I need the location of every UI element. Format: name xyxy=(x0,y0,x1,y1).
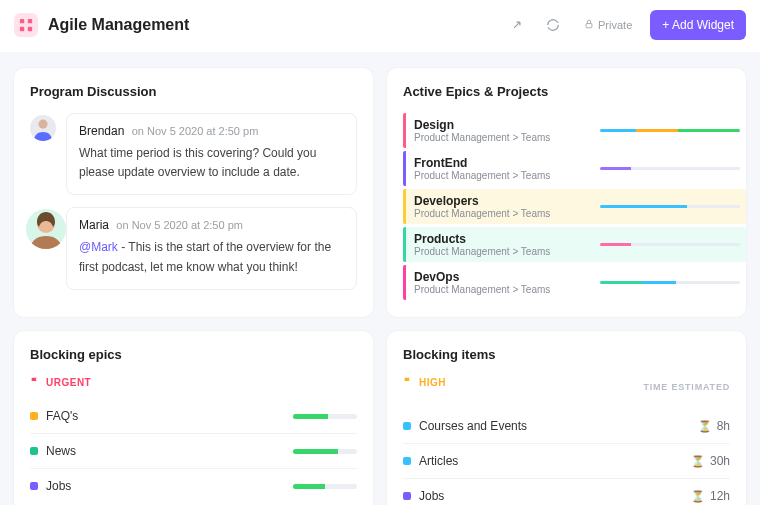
epic-progress-bar xyxy=(600,167,740,170)
time-estimated-header: TIME ESTIMATED xyxy=(643,382,730,392)
color-dot-icon xyxy=(30,447,38,455)
epic-progress-bar xyxy=(600,205,740,208)
epic-name: DevOps xyxy=(414,270,600,284)
timestamp: on Nov 5 2020 at 2:50 pm xyxy=(132,125,259,137)
app-logo-icon xyxy=(14,13,38,37)
epic-progress-bar xyxy=(600,281,740,284)
urgency-badge: URGENT xyxy=(30,376,357,388)
item-name: Courses and Events xyxy=(419,419,690,433)
color-dot-icon xyxy=(403,457,411,465)
flag-icon xyxy=(30,376,40,388)
color-dot-icon xyxy=(403,492,411,500)
topbar: Agile Management Private + Add Widget xyxy=(0,0,760,52)
time-value: 8h xyxy=(717,419,730,433)
card-title: Program Discussion xyxy=(30,84,357,99)
epic-name: Design xyxy=(414,118,600,132)
time-value: 12h xyxy=(710,489,730,503)
item-name: Jobs xyxy=(46,479,285,493)
page-title: Agile Management xyxy=(48,16,189,34)
priority-badge: HIGH xyxy=(403,376,446,388)
item-name: FAQ's xyxy=(46,409,285,423)
blocking-epic-row[interactable]: Jobs xyxy=(30,468,357,503)
blocking-epic-row[interactable]: FAQ's xyxy=(30,398,357,433)
epic-name: Products xyxy=(414,232,600,246)
blocking-items-card: Blocking items HIGH TIME ESTIMATED Cours… xyxy=(387,331,746,505)
hourglass-icon: ⏳ xyxy=(691,490,705,503)
epic-path: Product Management > Teams xyxy=(414,284,600,295)
epic-path: Product Management > Teams xyxy=(414,170,600,181)
epic-name: FrontEnd xyxy=(414,156,600,170)
svg-point-5 xyxy=(38,120,47,129)
time-estimate: ⏳30h xyxy=(691,454,730,468)
add-widget-button[interactable]: + Add Widget xyxy=(650,10,746,40)
hourglass-icon: ⏳ xyxy=(698,420,712,433)
progress-bar xyxy=(293,414,357,419)
avatar xyxy=(26,209,66,249)
blocking-item-row[interactable]: Articles⏳30h xyxy=(403,443,730,478)
discussion-bubble: Brendan on Nov 5 2020 at 2:50 pm What ti… xyxy=(66,113,357,195)
epic-row[interactable]: DevelopersProduct Management > Teams xyxy=(403,189,746,224)
epic-progress-bar xyxy=(600,243,740,246)
lock-icon xyxy=(584,19,594,31)
time-estimate: ⏳8h xyxy=(698,419,730,433)
epic-row[interactable]: ProductsProduct Management > Teams xyxy=(403,227,746,262)
blocking-item-row[interactable]: Courses and Events⏳8h xyxy=(403,408,730,443)
epic-progress-bar xyxy=(600,129,740,132)
program-discussion-card: Program Discussion Brendan on Nov 5 2020… xyxy=(14,68,373,317)
discussion-item[interactable]: Brendan on Nov 5 2020 at 2:50 pm What ti… xyxy=(30,113,357,195)
svg-rect-0 xyxy=(20,19,24,23)
privacy-indicator: Private xyxy=(576,19,640,31)
color-dot-icon xyxy=(30,412,38,420)
refresh-icon[interactable] xyxy=(540,12,566,38)
epic-row[interactable]: DesignProduct Management > Teams xyxy=(403,113,746,148)
time-value: 30h xyxy=(710,454,730,468)
blocking-item-row[interactable]: Jobs⏳12h xyxy=(403,478,730,505)
author-name: Brendan xyxy=(79,124,124,138)
item-name: Jobs xyxy=(419,489,683,503)
mention[interactable]: @Mark xyxy=(79,240,118,254)
epic-row[interactable]: DevOpsProduct Management > Teams xyxy=(403,265,746,300)
active-epics-card: Active Epics & Projects DesignProduct Ma… xyxy=(387,68,746,317)
discussion-item[interactable]: Maria on Nov 5 2020 at 2:50 pm @Mark - T… xyxy=(30,207,357,289)
blocking-epics-card: Blocking epics URGENT FAQ'sNewsJobs xyxy=(14,331,373,505)
message-body: @Mark - This is the start of the overvie… xyxy=(79,238,344,276)
author-name: Maria xyxy=(79,218,109,232)
item-name: Articles xyxy=(419,454,683,468)
hourglass-icon: ⏳ xyxy=(691,455,705,468)
epic-path: Product Management > Teams xyxy=(414,246,600,257)
svg-rect-3 xyxy=(28,27,32,31)
avatar xyxy=(30,115,56,141)
expand-icon[interactable] xyxy=(504,12,530,38)
card-title: Blocking items xyxy=(403,347,730,362)
privacy-label: Private xyxy=(598,19,632,31)
discussion-bubble: Maria on Nov 5 2020 at 2:50 pm @Mark - T… xyxy=(66,207,357,289)
svg-rect-4 xyxy=(586,24,592,28)
progress-bar xyxy=(293,449,357,454)
blocking-epic-row[interactable]: News xyxy=(30,433,357,468)
epic-path: Product Management > Teams xyxy=(414,208,600,219)
color-dot-icon xyxy=(403,422,411,430)
epic-name: Developers xyxy=(414,194,600,208)
flag-icon xyxy=(403,376,413,388)
epic-row[interactable]: FrontEndProduct Management > Teams xyxy=(403,151,746,186)
epic-path: Product Management > Teams xyxy=(414,132,600,143)
svg-rect-1 xyxy=(28,19,32,23)
card-title: Active Epics & Projects xyxy=(403,84,746,99)
card-title: Blocking epics xyxy=(30,347,357,362)
svg-rect-2 xyxy=(20,27,24,31)
color-dot-icon xyxy=(30,482,38,490)
badge-label: HIGH xyxy=(419,377,446,388)
badge-label: URGENT xyxy=(46,377,91,388)
time-estimate: ⏳12h xyxy=(691,489,730,503)
timestamp: on Nov 5 2020 at 2:50 pm xyxy=(116,219,243,231)
message-body: What time period is this covering? Could… xyxy=(79,144,344,182)
progress-bar xyxy=(293,484,357,489)
item-name: News xyxy=(46,444,285,458)
